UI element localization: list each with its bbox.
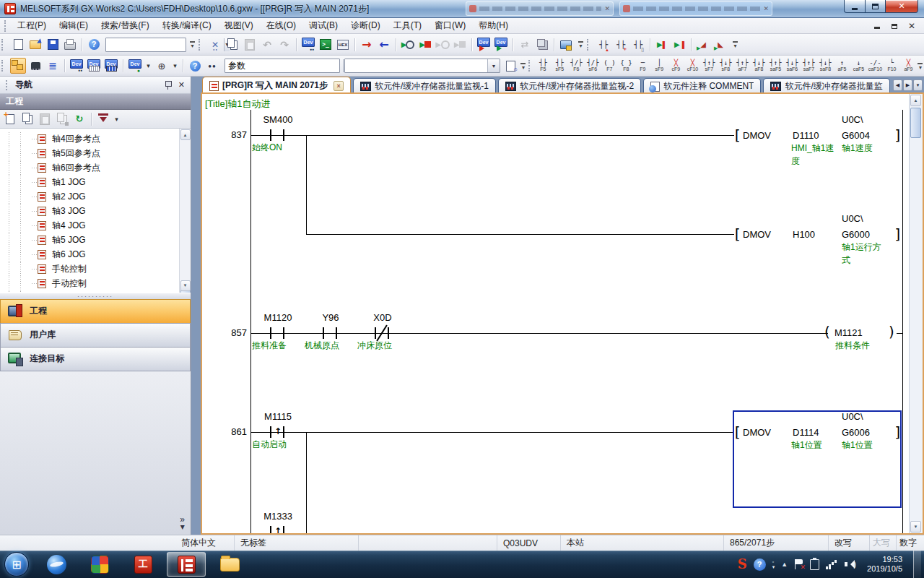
- ladder-symbol-button[interactable]: { } F8: [618, 56, 635, 75]
- ladder-symbol-button[interactable]: -/- caF10: [867, 56, 884, 75]
- copy-item-button[interactable]: [19, 111, 35, 127]
- ladder-symbol-button[interactable]: ┤↑├ aF7: [734, 56, 751, 75]
- ladder-symbol-button[interactable]: ( ) F7: [601, 56, 618, 75]
- instruction-source[interactable]: D1114: [793, 427, 819, 438]
- chevron-down-icon[interactable]: [113, 111, 121, 127]
- monitor-start-button[interactable]: [400, 37, 416, 53]
- device-test-rise-button[interactable]: [695, 37, 711, 53]
- close-button[interactable]: ✕: [885, 0, 918, 13]
- new-project-button[interactable]: [10, 37, 26, 53]
- action-center-icon[interactable]: [794, 559, 803, 569]
- menu-item[interactable]: 视图(V): [218, 17, 260, 34]
- ladder-symbol-button[interactable]: ┤├ F5: [535, 56, 552, 75]
- maximize-button[interactable]: [865, 0, 885, 13]
- device-table-button[interactable]: [86, 58, 102, 74]
- ladder-symbol-button[interactable]: ┤↑├ sF7: [701, 56, 718, 75]
- toolbar-overflow-button[interactable]: [731, 37, 740, 53]
- device-read-button[interactable]: [493, 37, 509, 53]
- device-display-button[interactable]: [127, 58, 143, 74]
- ladder-symbol-button[interactable]: ┤↓├ saF6: [784, 56, 801, 75]
- monitor-stop-button[interactable]: [417, 37, 433, 53]
- scroll-down-button[interactable]: ▼: [910, 521, 921, 532]
- scroll-down-button[interactable]: ▼: [180, 280, 191, 291]
- paste-item-button[interactable]: [37, 111, 53, 127]
- menu-item[interactable]: 搜索/替换(F): [95, 17, 156, 34]
- filter-button[interactable]: [95, 111, 111, 127]
- ladder-symbol-button[interactable]: ┤↑├ saF5: [767, 56, 784, 75]
- toolbar-overflow-button[interactable]: [917, 58, 924, 74]
- ladder-symbol-button[interactable]: │ sF9: [651, 56, 668, 75]
- close-icon[interactable]: ✕: [178, 80, 185, 90]
- device-test-fall-button[interactable]: [712, 37, 728, 53]
- project-tree-item[interactable]: 轴3 JOG: [0, 204, 179, 218]
- transfer-setup-button[interactable]: [517, 37, 533, 53]
- document-tab[interactable]: 软元件注释 COMMENT: [643, 78, 761, 94]
- project-tree-item[interactable]: 轴6 JOG: [0, 247, 179, 262]
- ladder-edit-button[interactable]: [596, 37, 611, 53]
- scroll-up-button[interactable]: ▲: [910, 95, 921, 106]
- help-tip-button[interactable]: [187, 58, 203, 74]
- device-hex-button[interactable]: [335, 37, 351, 53]
- tree-scrollbar[interactable]: ▲ ▼: [179, 129, 191, 293]
- clock[interactable]: 19:53 2019/10/5: [863, 555, 907, 574]
- scrollbar-thumb[interactable]: [910, 108, 921, 138]
- start-button[interactable]: ⊞: [4, 552, 29, 577]
- navigation-category-button[interactable]: 连接目标: [0, 347, 191, 371]
- tab-scroll-left-button[interactable]: ◀: [893, 79, 902, 91]
- ladder-symbol-button[interactable]: ╳ cF9: [668, 56, 684, 75]
- document-tab[interactable]: 软元件/缓冲存储器批量监视-2: [498, 78, 641, 94]
- stack-button[interactable]: [534, 37, 550, 53]
- chevron-down-icon[interactable]: ▼: [487, 59, 500, 72]
- ladder-symbol-button[interactable]: ╳ aF9: [900, 56, 917, 75]
- open-project-button[interactable]: [27, 37, 43, 53]
- menu-item[interactable]: 编辑(E): [53, 17, 95, 34]
- ladder-vertical-scrollbar[interactable]: ▲ ▼: [909, 94, 923, 533]
- ladder-symbol-button[interactable]: ┤↓├ aF8: [751, 56, 767, 75]
- save-project-button[interactable]: [45, 37, 61, 53]
- help-tray-icon[interactable]: ?: [754, 558, 766, 571]
- project-tree-item[interactable]: 手动控制: [0, 276, 179, 290]
- toolbar-overflow-button[interactable]: [188, 37, 197, 53]
- ime-tray-icon[interactable]: ▫▾: [772, 559, 775, 569]
- redo-button[interactable]: [276, 37, 292, 53]
- pulse-contact-symbol[interactable]: [270, 426, 271, 438]
- instruction-op[interactable]: DMOV: [743, 229, 771, 240]
- project-tree-item[interactable]: 自动条件: [0, 290, 179, 293]
- ladder-canvas[interactable]: [Title]轴1自动进 837 SM400 始终ON [ DMOV D1110…: [202, 94, 909, 533]
- contact-symbol[interactable]: [270, 129, 271, 141]
- clipboard-tray-icon[interactable]: [810, 559, 819, 570]
- project-tree-item[interactable]: 轴4 JOG: [0, 218, 179, 233]
- ladder-symbol-button[interactable]: ╳ cF10: [684, 56, 701, 75]
- ladder-symbol-button[interactable]: ↑ aF5: [834, 56, 850, 75]
- paste-button[interactable]: [242, 37, 258, 53]
- monitor-pause-button[interactable]: [435, 37, 450, 53]
- navigation-category-button[interactable]: 工程: [0, 299, 191, 323]
- mdi-restore-button[interactable]: [886, 20, 902, 32]
- taskbar-app-explorer[interactable]: [210, 552, 249, 577]
- project-tree-item[interactable]: 轴5 JOG: [0, 233, 179, 247]
- help-button[interactable]: [86, 37, 102, 53]
- device-find-button[interactable]: [300, 37, 316, 53]
- instruction-dest[interactable]: G6004: [842, 130, 870, 141]
- undo-button[interactable]: [259, 37, 275, 53]
- refresh-button[interactable]: [71, 111, 87, 127]
- network-signal-icon[interactable]: [826, 559, 838, 569]
- ladder-insert-button[interactable]: [613, 37, 629, 53]
- ladder-comment-button[interactable]: [630, 37, 646, 53]
- monitor-mode-button[interactable]: [452, 37, 468, 53]
- navigation-window-toggle[interactable]: [10, 58, 26, 74]
- tab-scroll-right-button[interactable]: ▶: [903, 79, 912, 91]
- project-tree-item[interactable]: 轴4回参考点: [0, 131, 179, 146]
- taskbar-app-melsoft[interactable]: 工: [123, 552, 162, 577]
- device-batch-monitor-button[interactable]: [103, 58, 119, 74]
- mdi-close-button[interactable]: ✕: [904, 20, 920, 32]
- tab-close-button[interactable]: ×: [334, 81, 344, 91]
- cut-button[interactable]: [207, 37, 223, 53]
- menu-item[interactable]: 窗口(W): [428, 17, 472, 34]
- more-categories-button[interactable]: »▾: [180, 516, 185, 530]
- write-to-plc-button[interactable]: [359, 37, 375, 53]
- parameter-combo[interactable]: ▼: [225, 59, 340, 73]
- document-tab[interactable]: 软元件/缓冲存储器批量监视-1: [353, 78, 496, 94]
- new-item-button[interactable]: [2, 111, 18, 127]
- device-combo[interactable]: ▼: [344, 59, 500, 73]
